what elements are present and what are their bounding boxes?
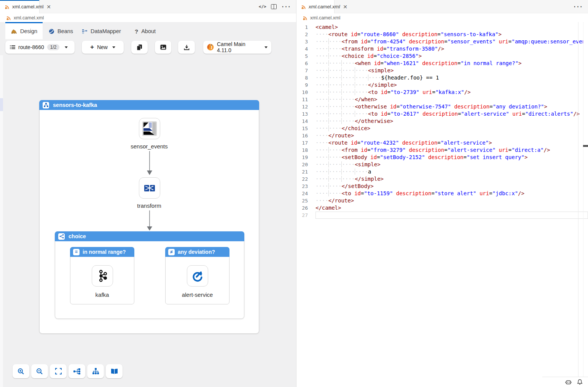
code-line[interactable]: 10················<to id="to-2739" uri="… <box>296 89 588 96</box>
code-line[interactable]: 9················</simple> <box>296 81 588 89</box>
xml-code-editor[interactable]: 1<camel>2····<route id="route-8660" desc… <box>296 22 588 377</box>
close-icon[interactable]: ✕ <box>46 4 52 10</box>
code-line[interactable]: 6············<when id="when-1621" descri… <box>296 60 588 67</box>
code-line[interactable]: 15········</choice> <box>296 125 588 132</box>
catalog-button[interactable] <box>106 364 123 378</box>
line-number: 19 <box>296 154 308 161</box>
active-tab-indicator <box>0 0 39 1</box>
route-container-title: sensors-to-kafka <box>53 102 97 108</box>
tab-title: xml.camel.xml <box>12 4 43 10</box>
copy-flow-button[interactable] <box>131 41 148 54</box>
tab-about[interactable]: ? About <box>135 23 156 39</box>
left-editor-actions: </> ··· <box>259 0 291 13</box>
code-line[interactable]: 19········<setBody id="setBody-2152" des… <box>296 154 588 161</box>
code-line[interactable]: 18········<from id="from-3279" descripti… <box>296 147 588 154</box>
code-line[interactable]: 17····<route id="route-4232" description… <box>296 139 588 147</box>
new-button-label: New <box>97 44 108 50</box>
not-equals-icon: ≠ <box>168 249 175 255</box>
code-line[interactable]: 27 <box>296 212 588 219</box>
choice-container-header[interactable]: choice <box>55 231 244 241</box>
tab-about-label: About <box>141 28 156 34</box>
vertical-layout-button[interactable] <box>87 364 104 378</box>
code-line[interactable]: 2····<route id="route-8660" description=… <box>296 31 588 38</box>
code-line[interactable]: 25····</route> <box>296 197 588 204</box>
image-icon <box>160 45 166 50</box>
code-line[interactable]: 12············<otherwise id="otherwise-7… <box>296 103 588 110</box>
right-editor-group: xml.camel.xml ✕ ··· xml.camel.xml 1<came… <box>296 0 588 387</box>
route-container-sensors-to-kafka[interactable]: sensors-to-kafka sensor_events <box>39 100 259 334</box>
download-button[interactable] <box>178 41 195 54</box>
code-line[interactable]: 23········</setBody> <box>296 183 588 190</box>
node-kafka[interactable] <box>92 265 113 287</box>
code-line[interactable]: 20············<simple> <box>296 161 588 168</box>
code-line[interactable]: 16····</route> <box>296 132 588 139</box>
choice-container[interactable]: choice = in normal range? <box>55 231 244 319</box>
line-number: 18 <box>296 147 308 154</box>
node-transform[interactable] <box>139 177 160 199</box>
line-number: 2 <box>296 31 308 38</box>
code-line[interactable]: 1<camel> <box>296 24 588 31</box>
tab-datamapper[interactable]: DataMapper <box>82 23 121 39</box>
node-sensor-events[interactable] <box>139 118 160 139</box>
right-breadcrumb[interactable]: xml.camel.xml <box>296 13 588 22</box>
caret-down-icon <box>265 46 268 48</box>
code-icon[interactable]: </> <box>259 4 266 9</box>
branch-when-title: in normal range? <box>83 249 126 255</box>
code-line[interactable]: 24········<to id="to-1159" description="… <box>296 190 588 197</box>
more-actions-icon[interactable]: ··· <box>281 4 291 10</box>
tab-xml-camel-xml-left[interactable]: xml.camel.xml ✕ <box>0 0 40 13</box>
equals-icon: = <box>73 249 80 255</box>
bell-icon[interactable] <box>577 379 583 385</box>
zoom-in-button[interactable] <box>13 364 29 378</box>
code-line[interactable]: 7················<simple> <box>296 67 588 74</box>
flow-canvas[interactable]: sensors-to-kafka sensor_events <box>0 55 296 387</box>
caret-down-icon <box>112 46 115 48</box>
split-editor-icon[interactable] <box>271 4 277 9</box>
list-icon <box>10 45 15 49</box>
file-xml-icon <box>6 15 11 21</box>
tab-xml-camel-xml-right[interactable]: xml.camel.xml ✕ <box>296 0 335 13</box>
code-line[interactable]: 26</camel> <box>296 204 588 212</box>
zoom-out-button[interactable] <box>31 364 48 378</box>
route-selector-button[interactable]: route-8660 1/2 <box>5 41 75 54</box>
tab-beans-label: Beans <box>57 28 73 34</box>
more-actions-icon[interactable]: ··· <box>573 4 583 10</box>
line-number: 4 <box>296 45 308 53</box>
code-line[interactable]: 13················<to id="to-2617" descr… <box>296 110 588 118</box>
line-number: 15 <box>296 125 308 132</box>
export-image-button[interactable] <box>155 41 171 54</box>
code-line[interactable]: 22············</simple> <box>296 175 588 183</box>
runtime-selector-button[interactable]: Camel Main 4.11.0 <box>203 41 271 54</box>
download-icon <box>184 45 190 50</box>
tab-design[interactable]: Design <box>5 23 43 39</box>
current-line-highlight <box>316 212 588 219</box>
horizontal-layout-button[interactable] <box>69 364 85 378</box>
line-number: 13 <box>296 110 308 118</box>
fit-view-button[interactable] <box>50 364 67 378</box>
close-icon[interactable]: ✕ <box>342 4 348 10</box>
branch-when[interactable]: = in normal range? kafka <box>70 247 134 304</box>
branch-when-header[interactable]: = in normal range? <box>70 247 134 257</box>
code-line[interactable]: 3········<from id="from-4254" descriptio… <box>296 38 588 45</box>
line-number: 1 <box>296 24 308 31</box>
code-line[interactable]: 21················a <box>296 168 588 175</box>
tab-beans[interactable]: Beans <box>49 23 73 39</box>
code-line[interactable]: 14············</otherwise> <box>296 118 588 125</box>
choice-container-title: choice <box>69 233 86 239</box>
branch-otherwise-header[interactable]: ≠ any deviation? <box>165 247 229 257</box>
code-line[interactable]: 4········<transform id="transform-3580"/… <box>296 45 588 53</box>
copilot-icon[interactable] <box>565 379 572 385</box>
left-breadcrumb[interactable]: xml.camel.xml <box>0 13 296 22</box>
horizontal-layout-icon <box>73 368 81 374</box>
code-line[interactable]: 11············</when> <box>296 96 588 103</box>
code-line[interactable]: 5········<choice id="choice-2856"> <box>296 53 588 60</box>
route-container-header[interactable]: sensors-to-kafka <box>39 100 259 110</box>
code-line[interactable]: 8····················${header.foo} == 1 <box>296 74 588 81</box>
line-number: 3 <box>296 38 308 45</box>
line-content: ········</setBody> <box>316 183 374 190</box>
node-alert-service[interactable] <box>187 265 208 287</box>
new-route-button[interactable]: + New <box>82 41 124 54</box>
transform-icon <box>143 181 156 195</box>
line-number: 12 <box>296 103 308 110</box>
branch-otherwise[interactable]: ≠ any deviation? alert-service <box>165 247 229 304</box>
